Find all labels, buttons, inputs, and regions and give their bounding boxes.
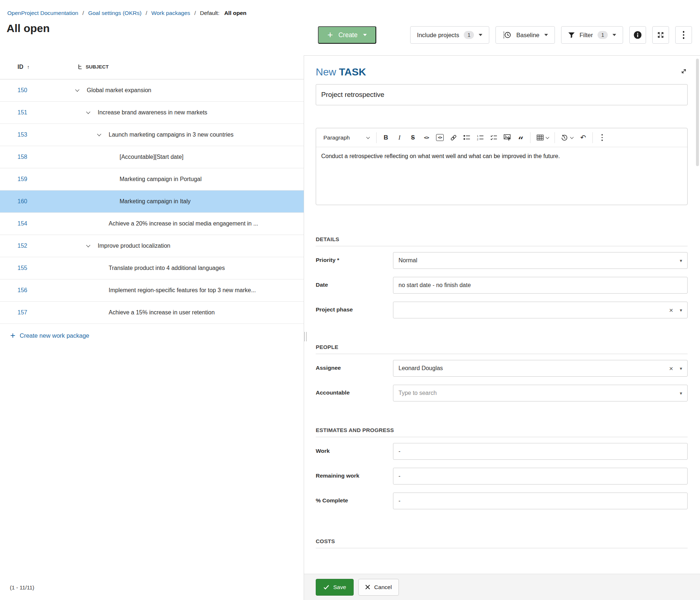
create-button[interactable]: + Create (318, 26, 376, 44)
baseline-button[interactable]: Baseline (495, 26, 555, 44)
wp-id-link[interactable]: 152 (18, 243, 27, 249)
save-button[interactable]: Save (316, 579, 354, 596)
table-row[interactable]: 156 Implement region-specific features f… (0, 279, 304, 302)
panel-footer: Save Cancel (304, 574, 700, 600)
breadcrumb-link-project[interactable]: OpenProject Documentation (7, 10, 78, 16)
wp-id-link[interactable]: 155 (18, 265, 27, 271)
numbered-list-icon[interactable]: 1 2 (474, 131, 487, 145)
table-row[interactable]: 153 Launch marketing campaigns in 3 new … (0, 124, 304, 146)
undo-icon[interactable]: ↶ (576, 131, 590, 145)
info-button[interactable] (629, 26, 646, 44)
chevron-down-icon[interactable]: ▾ (680, 366, 682, 371)
svg-text:2: 2 (477, 138, 478, 141)
link-icon[interactable] (447, 131, 460, 145)
work-label: Work (316, 443, 393, 460)
plus-icon: + (327, 30, 333, 39)
remaining-work-field[interactable]: - (393, 468, 688, 485)
breadcrumb: OpenProject Documentation / Goal setting… (7, 10, 246, 16)
wp-id-link[interactable]: 158 (18, 154, 27, 160)
strikethrough-icon[interactable]: S (406, 131, 420, 145)
panel-resize-handle[interactable] (304, 332, 307, 341)
fullscreen-button[interactable] (652, 26, 669, 44)
chevron-down-icon (545, 135, 549, 139)
inline-code-icon[interactable]: <> (420, 131, 433, 145)
table-row[interactable]: 151 Increase brand awareness in new mark… (0, 102, 304, 124)
insert-image-icon[interactable] (501, 131, 514, 145)
chevron-down-icon (363, 34, 367, 36)
table-row[interactable]: 150 Global market expansion (0, 79, 304, 102)
table-row[interactable]: 154 Achieve a 20% increase in social med… (0, 213, 304, 235)
chevron-down-icon (570, 135, 574, 139)
filter-button[interactable]: Filter 1 (561, 26, 623, 44)
section-costs: COSTS (316, 538, 688, 548)
column-header-id[interactable]: ID↑ (0, 64, 57, 70)
table-row[interactable]: 152 Improve product localization (0, 235, 304, 257)
more-menu-button[interactable] (675, 26, 692, 44)
description-editor: Paragraph B I S <> <> (316, 128, 688, 205)
assignee-select[interactable]: Leonard Douglas × ▾ (393, 360, 688, 377)
section-people: PEOPLE (316, 344, 688, 354)
panel-scrollbar[interactable] (696, 59, 699, 166)
include-projects-button[interactable]: Include projects 1 (410, 26, 489, 44)
wp-id-link[interactable]: 150 (18, 87, 27, 93)
collapse-chevron-icon[interactable] (86, 243, 90, 247)
cancel-button[interactable]: Cancel (358, 579, 398, 596)
assignee-label: Assignee (316, 360, 393, 377)
collapse-chevron-icon[interactable] (97, 132, 101, 136)
chevron-down-icon (544, 34, 548, 36)
table-row[interactable]: 159 Marketing campaign in Portugal (0, 168, 304, 191)
insert-table-icon[interactable] (533, 131, 552, 145)
percent-complete-label: % Complete (316, 493, 393, 509)
column-header-subject[interactable]: SUBJECT (57, 64, 304, 70)
collapse-chevron-icon[interactable] (75, 87, 79, 91)
paragraph-style-dropdown[interactable]: Paragraph (319, 131, 374, 145)
table-row-selected[interactable]: 160 Marketing campaign in Italy (0, 191, 304, 213)
description-text[interactable]: Conduct a retrospective reflecting on wh… (316, 147, 687, 205)
filter-funnel-icon (568, 32, 575, 38)
fullscreen-icon (657, 31, 665, 39)
check-icon (323, 585, 329, 590)
chevron-down-icon (479, 34, 482, 36)
block-quote-icon[interactable]: “ (514, 133, 528, 147)
clear-icon[interactable]: × (669, 365, 673, 372)
clear-icon[interactable]: × (669, 307, 673, 314)
wp-id-link[interactable]: 156 (18, 287, 27, 293)
wp-id-link[interactable]: 154 (18, 220, 27, 227)
bulleted-list-icon[interactable] (460, 131, 474, 145)
code-block-icon[interactable]: <> (433, 131, 447, 145)
breadcrumb-link-okrs[interactable]: Goal settings (OKRs) (88, 10, 141, 16)
wp-id-link[interactable]: 160 (18, 198, 27, 204)
bold-icon[interactable]: B (379, 131, 393, 145)
section-details: DETAILS (316, 236, 688, 246)
hierarchy-icon (78, 64, 82, 70)
table-row[interactable]: 158 [Accountable][Start date] (0, 146, 304, 168)
collapse-chevron-icon[interactable] (86, 110, 90, 114)
page-title: All open (7, 22, 50, 35)
section-estimates: ESTIMATES AND PROGRESS (316, 427, 688, 437)
percent-complete-field[interactable]: - (393, 493, 688, 509)
priority-select[interactable]: Normal ▾ (393, 252, 688, 269)
date-field[interactable]: no start date - no finish date (393, 277, 688, 294)
open-fullscreen-icon[interactable] (680, 67, 688, 75)
wp-id-link[interactable]: 151 (18, 109, 27, 115)
chevron-down-icon[interactable]: ▾ (680, 258, 682, 263)
project-phase-select[interactable]: × ▾ (393, 302, 688, 318)
italic-icon[interactable]: I (393, 131, 406, 145)
todo-list-icon[interactable] (487, 131, 501, 145)
wp-id-link[interactable]: 159 (18, 176, 27, 182)
priority-label: Priority * (316, 252, 393, 269)
create-new-work-package-link[interactable]: + Create new work package (0, 324, 304, 340)
breadcrumb-link-work-packages[interactable]: Work packages (151, 10, 190, 16)
wp-id-link[interactable]: 157 (18, 309, 27, 315)
history-icon[interactable] (557, 131, 576, 145)
subject-input[interactable] (316, 84, 688, 105)
chevron-down-icon[interactable]: ▾ (680, 391, 682, 396)
table-row[interactable]: 157 Achieve a 15% increase in user reten… (0, 302, 304, 324)
table-row[interactable]: 155 Translate product into 4 additional … (0, 257, 304, 279)
wp-id-link[interactable]: 153 (18, 132, 27, 138)
chevron-down-icon[interactable]: ▾ (680, 307, 682, 313)
work-field[interactable]: - (393, 443, 688, 460)
accountable-select[interactable]: Type to search ▾ (393, 385, 688, 401)
chevron-down-icon (612, 34, 616, 36)
editor-more-icon[interactable] (595, 131, 609, 145)
